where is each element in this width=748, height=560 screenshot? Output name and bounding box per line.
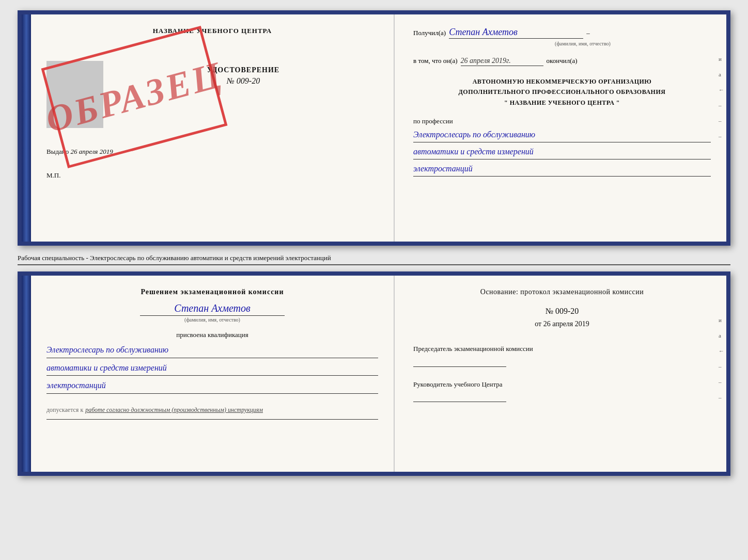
vydano-line: Выдано 26 апреля 2019 [46,148,378,156]
predsedatel-signature-line [413,366,506,367]
vydano-date: 26 апреля 2019 [71,148,113,155]
bottom-booklet: Решением экзаменационной комиссии Степан… [18,271,730,476]
right-edge-marks-top: и а ← – – – [719,56,724,139]
kvalif-line2: автоматики и средств измерений [46,361,378,376]
cert-title-top: НАЗВАНИЕ УЧЕБНОГО ЦЕНТРА [46,27,378,35]
org-block: АВТОНОМНУЮ НЕКОММЕРЧЕСКУЮ ОРГАНИЗАЦИЮ ДО… [413,76,711,108]
ot-prefix: от [535,320,541,328]
org-line2: ДОПОЛНИТЕЛЬНОГО ПРОФЕССИОНАЛЬНОГО ОБРАЗО… [413,87,711,97]
osnovanie-title: Основание: протокол экзаменационной коми… [413,288,711,296]
po-professii-label: по профессии [413,117,711,125]
booklet-bottom-right: Основание: протокол экзаменационной коми… [395,276,726,414]
dopuskaetsya-line: допускается к работе согласно должностны… [46,406,378,414]
udostoverenie-label: УДОСТОВЕРЕНИЕ [108,66,378,74]
booklet-bottom-left: Решением экзаменационной комиссии Степан… [31,276,395,472]
rukovoditel-signature-line [413,402,506,402]
poluchil-dash: – [586,29,590,37]
org-line1: АВТОНОМНУЮ НЕКОММЕРЧЕСКУЮ ОРГАНИЗАЦИЮ [413,76,711,87]
kvalif-line1: Электрослесарь по обслуживанию [46,343,378,358]
profession-line1-top: Электрослесарь по обслуживанию [413,129,711,142]
vydano-prefix: Выдано [46,148,69,155]
right-edge-marks-bottom: и а ← – – – [719,317,724,401]
specialty-text: Рабочая специальность - Электрослесарь п… [18,252,730,265]
dopuskaetsya-prefix: допускается к [46,406,83,414]
profession-line3-top: электростанций [413,163,711,177]
protocol-number-bottom: № 009-20 [413,307,711,316]
booklet-spine-top [22,14,31,242]
booklet-left-top: НАЗВАНИЕ УЧЕБНОГО ЦЕНТРА УДОСТОВЕРЕНИЕ №… [31,14,395,242]
stepan-name-bottom: Степан Ахметов [140,302,285,316]
poluchil-name: Степан Ахметов [449,27,583,39]
booklet-right-container-top: Получил(а) Степан Ахметов – (фамилия, им… [395,14,726,242]
booklet-right-container-bottom: Основание: протокол экзаменационной коми… [395,276,726,472]
booklet-right-top: Получил(а) Степан Ахметов – (фамилия, им… [395,14,726,189]
ot-date-bottom: от 26 апреля 2019 [413,320,711,328]
vtom-date: 26 апреля 2019г. [461,57,543,66]
predsedatel-label: Председатель экзаменационной комиссии [413,344,711,354]
profession-line2-top: автоматики и средств измерений [413,146,711,159]
mp-line: М.П. [46,171,378,180]
kvalif-line3: электростанций [46,379,378,394]
org-line3: " НАЗВАНИЕ УЧЕБНОГО ЦЕНТРА " [413,98,711,108]
resheniem-title: Решением экзаменационной комиссии [46,288,378,296]
rukovoditel-label: Руководитель учебного Центра [413,379,711,390]
bottom-line-separator [46,419,378,420]
komissia-block: Председатель экзаменационной комиссии [413,344,711,367]
photo-placeholder [46,61,103,128]
dopuskaetsya-value: работе согласно должностным (производств… [85,406,263,414]
vtom-prefix: в том, что он(а) [413,57,458,65]
ot-date-value: 26 апреля 2019 [543,320,589,328]
booklet-spine-bottom [22,276,31,472]
udostoverenie-block: УДОСТОВЕРЕНИЕ № 009-20 [108,66,378,86]
fio-subtitle-bottom: (фамилия, имя, отчество) [46,317,378,323]
poluchil-prefix: Получил(а) [413,29,446,37]
top-booklet: НАЗВАНИЕ УЧЕБНОГО ЦЕНТРА УДОСТОВЕРЕНИЕ №… [18,10,730,246]
fio-subtitle-top: (фамилия, имя, отчество) [455,41,711,46]
prisvoena-label: присвоена квалификация [46,331,378,339]
vtom-line: в том, что он(а) 26 апреля 2019г. окончи… [413,57,711,66]
okончил: окончил(а) [547,57,578,65]
poluchil-line: Получил(а) Степан Ахметов – [413,27,711,39]
cert-number-top: № 009-20 [227,76,260,85]
